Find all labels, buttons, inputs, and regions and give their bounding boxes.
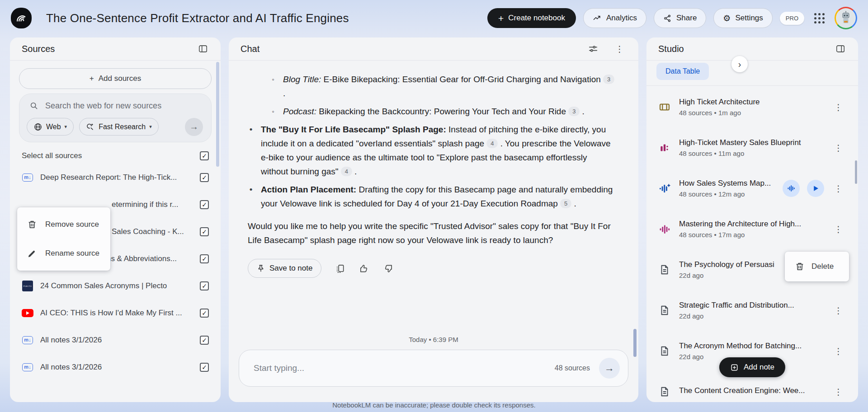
studio-item-menu-icon[interactable]: ⋮ bbox=[831, 344, 845, 358]
source-row[interactable]: PLECTO 24 Common Sales Acronyms | Plecto… bbox=[10, 272, 221, 300]
source-checkbox[interactable]: ✓ bbox=[200, 309, 209, 318]
plus-icon: + bbox=[90, 74, 94, 83]
sources-panel: Sources + Add sources bbox=[10, 37, 221, 402]
source-context-menu: Remove source Rename source bbox=[17, 207, 110, 271]
rename-source-menu-item[interactable]: Rename source bbox=[17, 239, 110, 268]
source-title: Deep Research Report: The High-Tick... bbox=[40, 173, 193, 182]
chat-input-box: 48 sources → bbox=[239, 350, 628, 387]
collapse-sources-panel-icon[interactable] bbox=[197, 43, 209, 55]
bullet-icon: • bbox=[248, 183, 254, 211]
studio-panel: Studio Data Table › High Ticket Architec… bbox=[646, 37, 858, 402]
chat-scrollbar[interactable] bbox=[633, 329, 637, 357]
add-sources-label: Add sources bbox=[99, 74, 142, 83]
search-input[interactable] bbox=[45, 101, 204, 111]
list-item-text: Action Plan Placement: Drafting the copy… bbox=[261, 183, 616, 211]
source-row[interactable]: m↓ All notes 3/1/2026 ✓ bbox=[10, 327, 221, 354]
header-actions: + Create notebook Analytics Share ⚙ Sett… bbox=[487, 7, 857, 29]
add-sources-button[interactable]: + Add sources bbox=[19, 68, 212, 89]
youtube-icon bbox=[22, 309, 33, 317]
copy-icon[interactable] bbox=[335, 263, 345, 274]
source-checkbox[interactable]: ✓ bbox=[200, 200, 209, 209]
report-doc-icon bbox=[657, 345, 672, 357]
send-button[interactable]: → bbox=[599, 358, 620, 379]
hollow-bullet-icon: ◦ bbox=[270, 104, 276, 118]
source-row[interactable]: AI CEO: THIS is How I'd Make My First ..… bbox=[10, 300, 221, 327]
select-all-checkbox[interactable]: ✓ bbox=[200, 151, 209, 160]
studio-list: High Ticket Architecture 48 sources • 1m… bbox=[646, 86, 858, 402]
share-button[interactable]: Share bbox=[654, 8, 706, 28]
studio-item-title: Mastering the Architecture of High... bbox=[679, 220, 824, 229]
interactive-mode-button[interactable] bbox=[783, 180, 800, 197]
studio-item-menu-icon[interactable]: ⋮ bbox=[831, 141, 845, 155]
source-checkbox[interactable]: ✓ bbox=[200, 173, 209, 182]
remove-source-menu-item[interactable]: Remove source bbox=[17, 210, 110, 239]
studio-item-menu-icon[interactable]: ⋮ bbox=[831, 304, 845, 318]
source-checkbox[interactable]: ✓ bbox=[200, 363, 209, 372]
apps-grid-icon[interactable] bbox=[811, 10, 827, 26]
citation-chip[interactable]: 5 bbox=[560, 199, 571, 208]
thumbs-up-icon[interactable] bbox=[359, 263, 369, 274]
studio-item-menu-icon[interactable]: ⋮ bbox=[831, 222, 845, 236]
source-checkbox[interactable]: ✓ bbox=[200, 254, 209, 263]
source-checkbox[interactable]: ✓ bbox=[200, 336, 209, 345]
web-filter-dropdown[interactable]: Web ▾ bbox=[27, 118, 74, 136]
add-note-button[interactable]: Add note bbox=[719, 357, 785, 377]
source-row[interactable]: m↓ All notes 3/1/2026 ✓ bbox=[10, 354, 221, 381]
source-title: All notes 3/1/2026 bbox=[40, 336, 193, 345]
studio-item-menu-icon[interactable]: ⋮ bbox=[831, 100, 845, 114]
markdown-source-icon: m↓ bbox=[22, 336, 33, 344]
user-avatar[interactable] bbox=[835, 7, 857, 29]
source-checkbox[interactable]: ✓ bbox=[200, 227, 209, 236]
search-submit-button[interactable]: → bbox=[185, 118, 203, 136]
collapse-studio-panel-icon[interactable] bbox=[835, 43, 846, 55]
sources-scrollbar[interactable] bbox=[216, 62, 219, 167]
analytics-button[interactable]: Analytics bbox=[583, 8, 646, 28]
studio-item-menu-icon[interactable]: ⋮ bbox=[831, 385, 845, 399]
research-mode-label: Fast Research bbox=[99, 123, 146, 131]
settings-button[interactable]: ⚙ Settings bbox=[713, 8, 772, 28]
studio-item[interactable]: High-Ticket Mastery Sales Blueprint 48 s… bbox=[646, 127, 858, 168]
studio-scrollbar[interactable] bbox=[855, 160, 857, 184]
citation-chip[interactable]: 3 bbox=[603, 75, 614, 84]
notebooklm-logo-icon[interactable] bbox=[11, 8, 32, 28]
chat-timestamp: Today • 6:39 PM bbox=[229, 336, 638, 343]
assistant-message: ◦ Blog Title: E-Bike Bikepacking: Essent… bbox=[229, 61, 638, 278]
source-checkbox[interactable]: ✓ bbox=[200, 281, 209, 290]
rename-source-label: Rename source bbox=[45, 249, 99, 258]
audio-waveform-icon-pink bbox=[657, 223, 672, 235]
web-search-box: Web ▾ Fast Research ▾ → bbox=[19, 94, 212, 142]
citation-chip[interactable]: 4 bbox=[341, 167, 352, 176]
notebook-title[interactable]: The One-Sentence Profit Extractor and AI… bbox=[46, 11, 349, 25]
citation-chip[interactable]: 3 bbox=[568, 107, 580, 116]
chat-settings-tune-icon[interactable] bbox=[587, 43, 599, 55]
studio-item[interactable]: Strategic Traffic and Distribution... 22… bbox=[646, 290, 858, 331]
studio-item[interactable]: How Sales Systems Map... 48 sources • 12… bbox=[646, 168, 858, 209]
share-label: Share bbox=[676, 14, 697, 23]
chat-input[interactable] bbox=[254, 363, 546, 373]
list-item: ◦ Podcast: Bikepacking the Backcountry: … bbox=[270, 104, 616, 118]
source-row[interactable]: m↓ Deep Research Report: The High-Tick..… bbox=[10, 164, 221, 191]
chat-header: Chat ⋮ bbox=[229, 37, 638, 61]
studio-item[interactable]: High Ticket Architecture 48 sources • 1m… bbox=[646, 87, 858, 127]
markdown-source-icon: m↓ bbox=[22, 363, 33, 371]
chat-more-menu-icon[interactable]: ⋮ bbox=[613, 42, 627, 56]
data-table-chip[interactable]: Data Table bbox=[656, 63, 709, 80]
source-title: AI CEO: THIS is How I'd Make My First ..… bbox=[40, 309, 193, 318]
research-mode-dropdown[interactable]: Fast Research ▾ bbox=[79, 118, 159, 136]
studio-item-menu-icon[interactable]: ⋮ bbox=[831, 182, 845, 196]
disclaimer-text: NotebookLM can be inaccurate; please dou… bbox=[0, 401, 868, 412]
closing-question: Would you like me to help you write the … bbox=[248, 219, 616, 247]
thumbs-down-icon[interactable] bbox=[383, 263, 393, 274]
studio-item-text: High-Ticket Mastery Sales Blueprint 48 s… bbox=[679, 138, 824, 157]
citation-chip[interactable]: 4 bbox=[486, 139, 498, 148]
delete-menu-item[interactable]: Delete bbox=[785, 253, 849, 280]
play-button[interactable] bbox=[807, 180, 824, 197]
studio-item-meta: 48 sources • 12m ago bbox=[679, 190, 775, 198]
plecto-favicon: PLECTO bbox=[22, 281, 33, 291]
create-notebook-button[interactable]: + Create notebook bbox=[487, 8, 576, 28]
chat-panel-title: Chat bbox=[241, 44, 259, 54]
chat-panel: Chat ⋮ ◦ Blog Title: E-Bike Bikepacking:… bbox=[229, 37, 638, 402]
save-to-note-button[interactable]: Save to note bbox=[248, 259, 321, 278]
studio-item[interactable]: Mastering the Architecture of High... 48… bbox=[646, 209, 858, 249]
chips-next-arrow-button[interactable]: › bbox=[731, 56, 748, 72]
